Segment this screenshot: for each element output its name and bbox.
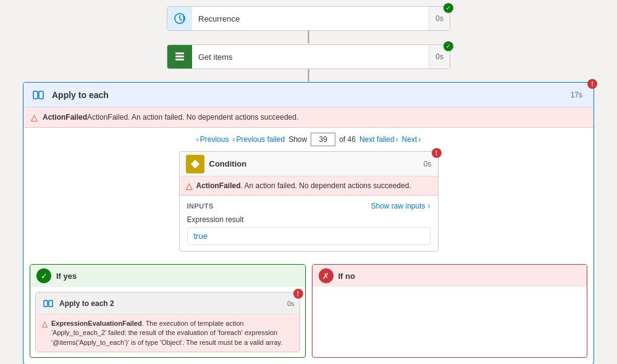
condition-wrapper: Condition 0s ! △ ActionFailed. An action… — [23, 151, 594, 258]
inputs-header: INPUTS Show raw inputs › — [187, 202, 430, 210]
recurrence-card[interactable]: Recurrence 0s ✓ — [167, 6, 450, 31]
apply-each-container: Apply to each 17s ! △ ActionFailedAction… — [23, 82, 594, 364]
get-items-status-badge: ✓ — [443, 41, 453, 51]
recurrence-status-badge: ✓ — [443, 3, 453, 13]
condition-header: Condition 0s ! — [180, 152, 438, 176]
svg-rect-7 — [44, 300, 48, 307]
apply-each-error-text: ActionFailedActionFailed. An action fail… — [43, 113, 298, 122]
get-items-label: Get items — [192, 52, 429, 62]
condition-error-banner: △ ActionFailed. An action failed. No dep… — [180, 176, 438, 196]
next-failed-button[interactable]: Next failed › — [359, 135, 398, 144]
show-raw-label: Show raw inputs — [371, 202, 425, 210]
apply-each-error-banner: △ ActionFailedActionFailed. An action fa… — [23, 107, 594, 128]
page-input[interactable] — [311, 133, 335, 146]
inputs-section: INPUTS Show raw inputs › Expression resu… — [180, 196, 438, 251]
apply-each-error-badge: ! — [587, 79, 597, 89]
previous-failed-button[interactable]: ‹ Previous failed — [232, 135, 285, 144]
svg-rect-1 — [175, 52, 184, 54]
if-yes-panel[interactable]: ✓ If yes Apply to each 2 0s — [30, 264, 306, 358]
apply-each-2-card[interactable]: Apply to each 2 0s ! △ ExpressionEvaluat… — [35, 292, 300, 352]
if-yes-icon: ✓ — [36, 268, 51, 283]
condition-icon — [186, 155, 204, 173]
inputs-label: INPUTS — [187, 202, 214, 210]
of-total: of 46 — [339, 135, 356, 144]
condition-warn-icon: △ — [186, 181, 193, 191]
canvas: Recurrence 0s ✓ ↓ Get items 0s ✓ ↓ — [0, 0, 617, 364]
apply-each-2-header: Apply to each 2 0s ! — [36, 292, 300, 315]
svg-rect-2 — [175, 56, 184, 57]
condition-title: Condition — [209, 159, 424, 168]
condition-error-badge: ! — [432, 148, 442, 158]
apply-each-2-error-text: ExpressionEvaluationFailed. The executio… — [51, 319, 293, 347]
svg-rect-8 — [49, 300, 52, 307]
if-yes-header: ✓ If yes — [30, 265, 305, 287]
apply-each-2-icon — [41, 296, 56, 311]
get-items-card[interactable]: Get items 0s ✓ — [167, 44, 450, 69]
if-yes-label: If yes — [56, 271, 77, 281]
if-no-header: ✗ If no — [313, 265, 587, 287]
get-items-icon — [167, 45, 192, 68]
if-no-label: If no — [338, 271, 355, 281]
if-no-icon: ✗ — [319, 268, 334, 283]
expression-value: true — [187, 227, 430, 245]
svg-rect-5 — [39, 91, 43, 99]
recurrence-icon — [167, 7, 192, 30]
show-label: Show — [288, 135, 307, 144]
pagination-bar: ‹ Previous ‹ Previous failed Show of 46 … — [23, 128, 594, 151]
apply-each-icon — [30, 86, 47, 104]
apply-each-warn-icon: △ — [31, 112, 38, 122]
apply-each-duration: 17s — [571, 91, 582, 99]
branches-row: ✓ If yes Apply to each 2 0s — [23, 258, 594, 364]
condition-card[interactable]: Condition 0s ! △ ActionFailed. An action… — [179, 151, 439, 252]
svg-rect-4 — [33, 91, 38, 99]
svg-rect-3 — [175, 59, 184, 60]
expression-label: Expression result — [187, 215, 430, 224]
apply-each-2-error-badge: ! — [293, 289, 303, 299]
previous-button[interactable]: ‹ Previous — [196, 135, 229, 144]
if-no-panel[interactable]: ✗ If no — [312, 264, 588, 358]
apply-each-title: Apply to each — [52, 90, 571, 100]
next-button[interactable]: Next › — [402, 135, 421, 144]
condition-duration: 0s — [424, 160, 432, 168]
apply-each-header[interactable]: Apply to each 17s ! — [23, 83, 594, 107]
apply-each-error-suffix: ActionFailed. An action failed. No depen… — [87, 113, 298, 122]
condition-error-text: ActionFailed. An action failed. No depen… — [196, 181, 411, 190]
show-raw-inputs-link[interactable]: Show raw inputs › — [371, 202, 430, 210]
recurrence-label: Recurrence — [192, 14, 429, 23]
svg-marker-6 — [191, 160, 199, 168]
apply-each-2-error-banner: △ ExpressionEvaluationFailed. The execut… — [36, 315, 300, 352]
apply-each-2-duration: 0s — [287, 300, 295, 307]
apply-each-2-title: Apply to each 2 — [59, 299, 287, 308]
apply-each-2-warn-icon: △ — [42, 320, 48, 328]
